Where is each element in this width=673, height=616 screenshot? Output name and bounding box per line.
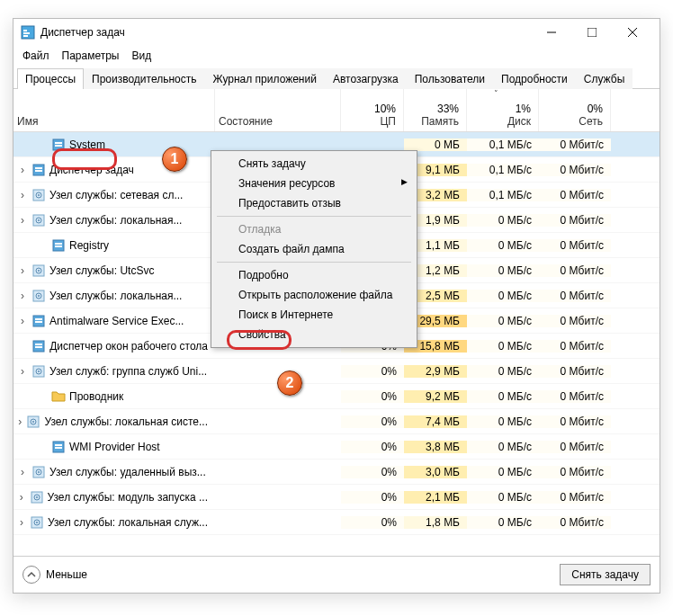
process-icon [51,440,66,454]
expand-toggle[interactable]: › [17,516,26,529]
expand-toggle[interactable]: › [17,290,28,302]
expand-toggle[interactable]: › [17,365,28,378]
cell-network: 0 Мбит/с [539,264,611,277]
maximize-button[interactable] [571,19,612,46]
header-network[interactable]: 0%Сеть [539,89,611,131]
minimize-button[interactable] [531,19,571,46]
process-name: Узел службы: сетевая сл... [49,189,183,201]
context-item-7[interactable]: Подробно [213,265,415,285]
expand-toggle[interactable]: › [17,415,22,428]
svg-rect-2 [23,32,30,34]
cell-disk: 0 МБ/с [467,415,539,428]
svg-rect-22 [55,246,62,247]
cell-network: 0 Мбит/с [539,491,611,504]
process-row[interactable]: ›Узел службы: локальная систе...0%7,4 МБ… [13,409,660,434]
svg-point-49 [36,496,38,498]
expand-toggle[interactable]: › [17,189,28,201]
process-row[interactable]: ›Узел служб: группа служб Uni...0%2,9 МБ… [13,359,660,384]
process-icon [31,188,46,202]
menu-file[interactable]: Файл [22,49,49,62]
tab-3[interactable]: Автозагрузка [325,68,407,89]
expand-toggle[interactable]: › [17,466,28,478]
header-state[interactable]: Состояние [215,89,341,131]
cell-memory: 0 МБ [404,138,467,151]
svg-point-37 [38,370,40,372]
header-disk[interactable]: ˅1%Диск [467,89,539,131]
svg-rect-10 [55,145,62,147]
process-icon [51,138,66,152]
process-row[interactable]: ›Узел службы: удаленный выз...0%3,0 МБ0 … [13,460,660,485]
context-item-5[interactable]: Создать файл дампа [213,239,415,259]
window-title: Диспетчер задач [40,26,531,39]
context-item-10[interactable]: Свойства [213,325,415,344]
cell-network: 0 Мбит/с [539,138,611,151]
context-menu: Снять задачуЗначения ресурсов▶Предостави… [211,150,417,348]
svg-rect-43 [55,447,62,449]
expand-toggle[interactable]: › [17,214,28,227]
cell-memory: 3,0 МБ [404,466,467,478]
cell-cpu: 0% [341,491,404,504]
tab-0[interactable]: Процессы [17,68,84,89]
context-separator [217,262,411,263]
process-name: Registry [69,239,109,252]
process-icon [30,490,44,504]
cell-network: 0 Мбит/с [539,365,611,378]
svg-point-52 [36,522,38,523]
process-icon [31,339,46,353]
cell-network: 0 Мбит/с [539,315,611,327]
app-icon [21,25,35,40]
cell-disk: 0 МБ/с [467,239,539,252]
expand-toggle[interactable]: › [17,491,26,504]
cell-memory: 1,8 МБ [404,516,467,529]
process-icon [31,263,46,278]
process-row[interactable]: ›Узел службы: локальная служ...0%1,8 МБ0… [13,510,660,535]
menu-options[interactable]: Параметры [62,49,120,62]
svg-rect-42 [55,444,62,446]
process-row[interactable]: WMI Provider Host0%3,8 МБ0 МБ/с0 Мбит/с [13,434,660,460]
tab-6[interactable]: Службы [576,68,633,89]
expand-toggle[interactable]: › [17,315,28,327]
process-icon [31,213,46,228]
expand-toggle[interactable]: › [17,264,28,277]
header-name[interactable]: Имя [13,89,215,131]
cell-network: 0 Мбит/с [539,189,611,201]
close-button[interactable] [612,19,652,46]
process-row[interactable]: Проводник0%9,2 МБ0 МБ/с0 Мбит/с [13,384,660,409]
menu-view[interactable]: Вид [131,49,151,62]
cell-cpu: 0% [341,516,404,529]
tab-4[interactable]: Пользователи [407,68,493,89]
expand-toggle[interactable]: › [17,164,28,176]
process-icon [51,389,66,404]
process-row[interactable]: ›Узел службы: модуль запуска ...0%2,1 МБ… [13,485,660,510]
process-name: Antimalware Service Exec... [49,315,184,327]
context-item-2[interactable]: Предоставить отзыв [213,193,415,213]
process-name: Узел служб: группа служб Uni... [49,365,207,378]
cell-name: Проводник [13,389,215,404]
end-task-button[interactable]: Снять задачу [560,564,651,585]
context-item-0[interactable]: Снять задачу [213,154,415,174]
cell-name: Registry [13,238,215,253]
process-name: Проводник [69,390,123,403]
tab-1[interactable]: Производительность [84,68,204,89]
cell-network: 0 Мбит/с [539,214,611,227]
context-item-1[interactable]: Значения ресурсов▶ [213,174,415,193]
svg-point-16 [38,194,40,196]
footer: Меньше Снять задачу [13,556,660,593]
process-name: Узел службы: локальная служ... [48,516,208,529]
svg-point-25 [38,270,40,272]
cell-network: 0 Мбит/с [539,466,611,478]
context-item-8[interactable]: Открыть расположение файла [213,285,415,305]
svg-point-19 [38,219,40,221]
context-item-4: Отладка [213,219,415,239]
sort-indicator-icon: ˅ [494,89,498,98]
svg-rect-21 [55,243,62,245]
tab-2[interactable]: Журнал приложений [205,68,325,89]
context-item-9[interactable]: Поиск в Интернете [213,305,415,325]
cell-network: 0 Мбит/с [539,516,611,529]
cell-name: ›Узел службы: локальная... [13,289,215,303]
tab-5[interactable]: Подробности [493,68,576,89]
fewer-details-button[interactable]: Меньше [22,566,87,584]
cell-memory: 7,4 МБ [404,415,467,428]
header-cpu[interactable]: 10%ЦП [341,89,404,131]
header-memory[interactable]: 33%Память [404,89,467,131]
